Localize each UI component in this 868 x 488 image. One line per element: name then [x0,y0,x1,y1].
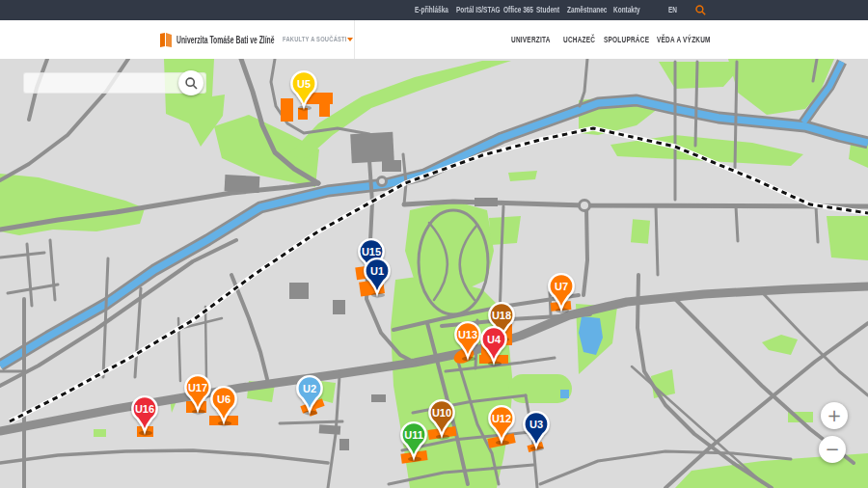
marker-label: U16 [135,403,154,415]
book-logo-icon [160,33,172,47]
marker-label: U13 [458,329,477,340]
marker-label: U15 [362,246,381,258]
marker-label: U1 [370,265,384,277]
chevron-down-icon [347,38,353,41]
marker-label: U7 [555,281,568,292]
header-divider [354,20,355,59]
map-search-button[interactable] [178,70,203,95]
marker-label: U11 [404,429,423,441]
marker-label: U3 [529,419,543,430]
marker-label: U4 [487,334,502,345]
marker-label: U5 [297,78,311,90]
marker-label: U18 [492,310,511,321]
map-marker-u3[interactable]: U3 [524,412,548,450]
topbar-link-kontakty[interactable]: Kontakty [613,0,651,20]
map-canvas: U5U15U1U7U18U13U4U17U2U6U16U10U12U3U11 [0,59,868,488]
marker-label: U12 [492,413,511,424]
zoom-in-button[interactable]: + [821,402,848,429]
zoom-out-button[interactable]: − [819,436,846,463]
topbar: E-přihláška Portál IS/STAG Office 365 St… [0,0,868,20]
map-marker-u2[interactable]: U2 [297,376,321,415]
magnifier-icon [185,77,198,90]
university-name: Univerzita Tomáše Bati ve Zlíně [176,35,275,45]
search-icon[interactable] [695,5,706,15]
campus-map[interactable]: U5U15U1U7U18U13U4U17U2U6U16U10U12U3U11 +… [0,59,868,488]
nav-uchazec[interactable]: UCHAZEČ [563,20,608,59]
marker-label: U10 [432,407,451,419]
faculties-menu[interactable]: FAKULTY A SOUČÁSTI [283,20,372,59]
site-header: Univerzita Tomáše Bati ve Zlíně FAKULTY … [0,20,868,59]
marker-label: U17 [188,382,207,393]
marker-label: U6 [217,393,231,405]
nav-univerzita[interactable]: UNIVERZITA [511,20,565,59]
marker-label: U2 [303,383,316,394]
language-switch[interactable]: EN [668,0,681,20]
nav-veda[interactable]: VĚDA A VÝZKUM [657,20,731,59]
topbar-link-student[interactable]: Student [536,0,569,20]
topbar-link-eprihlaska[interactable]: E-přihláška [415,0,462,20]
map-marker-u5[interactable]: U5 [291,71,315,110]
map-search [23,72,206,94]
